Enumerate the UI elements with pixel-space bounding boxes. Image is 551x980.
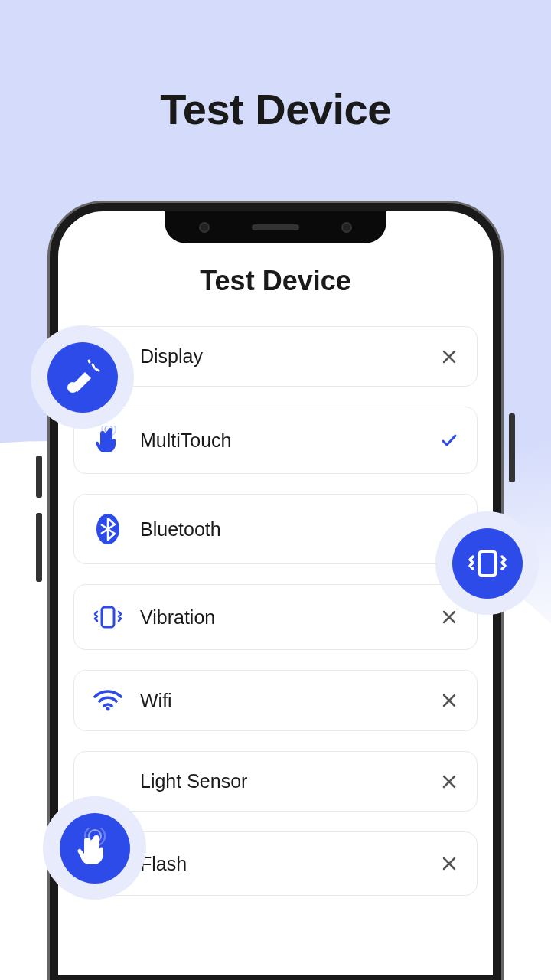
- float-flashlight-icon: [31, 325, 134, 429]
- fail-icon: [439, 346, 460, 368]
- test-label: Light Sensor: [140, 770, 247, 792]
- fail-icon: [439, 690, 460, 711]
- wifi-icon: [91, 689, 125, 712]
- app-title: Test Device: [73, 265, 478, 297]
- bluetooth-icon: [91, 513, 125, 545]
- test-row-lightsensor[interactable]: Light Sensor: [73, 751, 478, 812]
- svg-rect-7: [479, 551, 496, 576]
- pass-icon: [439, 430, 460, 451]
- test-label: Wifi: [140, 690, 172, 712]
- vibration-icon: [91, 603, 125, 631]
- test-row-wifi[interactable]: Wifi: [73, 670, 478, 731]
- fail-icon: [439, 606, 460, 628]
- test-label: Flash: [140, 853, 187, 875]
- multitouch-icon: [91, 426, 125, 455]
- test-label: MultiTouch: [140, 430, 232, 452]
- float-vibration-icon: [435, 511, 539, 615]
- svg-point-4: [106, 707, 110, 711]
- page-title: Test Device: [0, 0, 551, 134]
- fail-icon: [439, 853, 460, 874]
- test-row-display[interactable]: Display: [73, 326, 478, 387]
- test-row-bluetooth[interactable]: Bluetooth: [73, 494, 478, 564]
- test-row-multitouch[interactable]: MultiTouch: [73, 407, 478, 474]
- float-touch-icon: [43, 796, 146, 900]
- test-label: Display: [140, 345, 203, 368]
- test-row-vibration[interactable]: Vibration: [73, 584, 478, 650]
- svg-rect-3: [102, 607, 114, 627]
- test-label: Bluetooth: [140, 518, 221, 541]
- svg-point-6: [67, 382, 78, 393]
- fail-icon: [439, 771, 460, 792]
- test-label: Vibration: [140, 606, 215, 629]
